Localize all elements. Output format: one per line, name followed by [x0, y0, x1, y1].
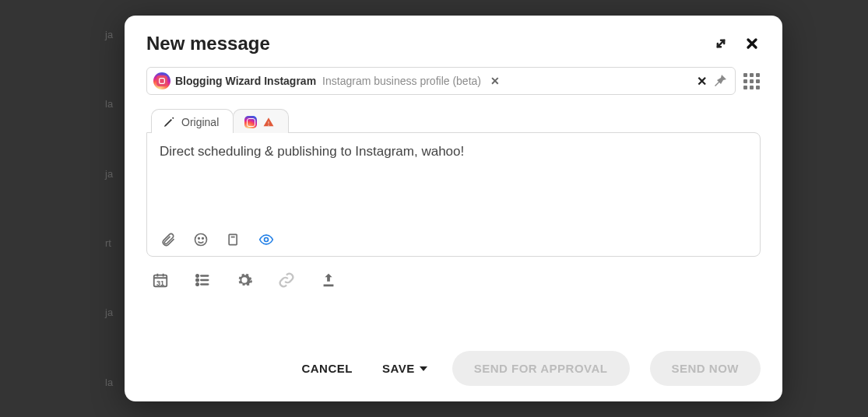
svg-rect-0 — [160, 79, 165, 84]
warning-icon — [263, 117, 274, 128]
cancel-label: CANCEL — [301, 362, 353, 375]
svg-point-8 — [196, 283, 199, 286]
link-icon — [277, 271, 296, 289]
account-chip-area[interactable]: Blogging Wizard Instagram Instagram busi… — [146, 67, 736, 95]
apps-grid-icon[interactable] — [742, 72, 761, 90]
message-editor: Direct scheduling & publishing to Instag… — [146, 132, 761, 257]
account-selector-row: Blogging Wizard Instagram Instagram busi… — [146, 67, 761, 95]
modal-overlay: jalajartjala New message — [0, 0, 868, 417]
upload-icon[interactable] — [319, 271, 338, 289]
tab-original[interactable]: Original — [151, 109, 234, 133]
send-now-button[interactable]: SEND NOW — [650, 351, 761, 386]
modal-title: New message — [146, 33, 270, 54]
clear-accounts-icon[interactable]: ✕ — [697, 74, 707, 89]
tab-instagram-warning[interactable] — [233, 109, 289, 133]
editor-toolbar — [160, 225, 747, 248]
svg-point-7 — [196, 279, 199, 282]
new-message-modal: New message Blogging Wizard — [125, 16, 782, 401]
library-icon[interactable] — [225, 231, 242, 248]
pencil-icon — [163, 116, 175, 128]
save-button[interactable]: SAVE — [378, 354, 432, 383]
calendar-icon[interactable]: 31 — [151, 271, 170, 289]
svg-point-6 — [196, 275, 199, 277]
remove-account-icon[interactable]: ✕ — [490, 75, 500, 87]
account-subtitle: Instagram business profile (beta) — [322, 75, 481, 87]
settings-gear-icon[interactable] — [235, 271, 254, 289]
modal-footer: CANCEL SAVE SEND FOR APPROVAL SEND NOW — [146, 335, 761, 386]
send-for-approval-button[interactable]: SEND FOR APPROVAL — [452, 351, 630, 386]
close-icon[interactable] — [743, 35, 761, 52]
instagram-icon — [153, 72, 170, 89]
send-approval-label: SEND FOR APPROVAL — [474, 362, 608, 375]
account-name: Blogging Wizard Instagram — [175, 75, 316, 87]
queue-list-icon[interactable] — [193, 271, 212, 289]
send-now-label: SEND NOW — [672, 362, 740, 375]
tab-original-label: Original — [181, 116, 219, 128]
attachment-icon[interactable] — [160, 231, 177, 248]
instagram-mini-icon — [244, 116, 257, 128]
svg-point-1 — [195, 234, 207, 246]
expand-icon[interactable] — [712, 35, 729, 52]
modal-header: New message — [146, 33, 761, 54]
background-list: jalajartjala — [0, 0, 125, 417]
emoji-icon[interactable] — [192, 231, 209, 248]
editor-tabs: Original — [151, 109, 761, 133]
svg-point-4 — [265, 238, 269, 242]
account-chip: Blogging Wizard Instagram Instagram busi… — [153, 72, 500, 89]
save-label: SAVE — [382, 362, 415, 375]
pin-icon[interactable] — [710, 72, 729, 90]
caret-down-icon — [420, 366, 427, 371]
calendar-day-label: 31 — [156, 279, 164, 287]
preview-eye-icon[interactable] — [258, 231, 275, 248]
svg-point-3 — [202, 238, 204, 240]
cancel-button[interactable]: CANCEL — [297, 354, 357, 383]
svg-point-2 — [199, 238, 200, 240]
schedule-options-row: 31 — [146, 257, 761, 289]
message-text-input[interactable]: Direct scheduling & publishing to Instag… — [160, 144, 747, 225]
